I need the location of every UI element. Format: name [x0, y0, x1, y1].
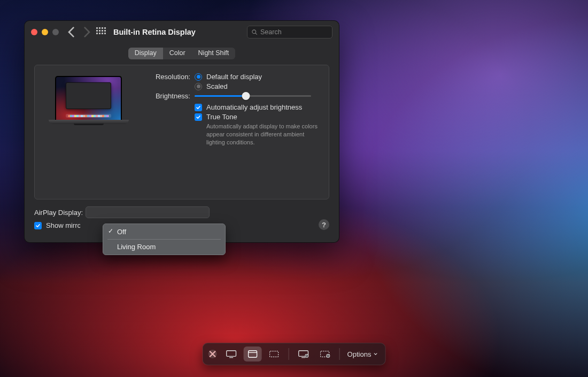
show-mirroring-label: Show mirrori: [46, 221, 80, 229]
search-icon: [251, 29, 258, 35]
svg-point-10: [306, 355, 307, 356]
display-preview: [44, 73, 133, 191]
laptop-preview-icon: [55, 76, 122, 120]
capture-entire-screen-button[interactable]: [222, 347, 241, 361]
show-all-prefs-button[interactable]: [96, 27, 106, 37]
svg-point-13: [328, 355, 329, 356]
screenshot-options-button[interactable]: Options: [345, 350, 380, 358]
record-selection-icon: [319, 350, 331, 358]
search-placeholder: Search: [260, 28, 282, 36]
selection-icon: [268, 350, 280, 358]
capture-selection-button[interactable]: [265, 347, 283, 361]
screenshot-close-button[interactable]: [208, 350, 217, 358]
menu-separator: [107, 239, 221, 240]
tab-night-shift[interactable]: Night Shift: [192, 48, 236, 59]
window-title: Built-in Retina Display: [113, 28, 196, 36]
svg-rect-4: [249, 351, 257, 357]
resolution-scaled-radio[interactable]: [195, 83, 202, 90]
airplay-display-menu: Off Living Room: [103, 224, 226, 255]
toolbar-divider: [339, 348, 340, 360]
svg-rect-6: [270, 351, 278, 357]
airplay-menu-item-off[interactable]: Off: [103, 226, 225, 237]
svg-line-1: [256, 33, 257, 35]
auto-brightness-checkbox[interactable]: [195, 104, 202, 111]
minimize-window-button[interactable]: [42, 29, 48, 35]
help-button[interactable]: ?: [319, 219, 329, 230]
airplay-display-select[interactable]: [86, 206, 210, 218]
auto-brightness-label: Automatically adjust brightness: [206, 103, 302, 111]
screenshot-toolbar: Options: [203, 343, 386, 365]
close-window-button[interactable]: [31, 29, 37, 35]
record-screen-icon: [298, 350, 310, 358]
window-traffic-lights: [31, 29, 59, 35]
displays-pref-window: Built-in Retina Display Search Display C…: [24, 20, 339, 243]
window-titlebar: Built-in Retina Display Search: [25, 21, 339, 43]
show-mirroring-checkbox[interactable]: [34, 222, 42, 229]
tab-display[interactable]: Display: [128, 48, 163, 59]
record-entire-screen-button[interactable]: [295, 347, 313, 361]
toolbar-divider: [289, 348, 289, 360]
zoom-window-button[interactable]: [52, 29, 59, 35]
record-selection-button[interactable]: [316, 347, 334, 361]
airplay-menu-item-living-room[interactable]: Living Room: [103, 241, 225, 252]
resolution-default-radio[interactable]: [195, 73, 202, 81]
svg-rect-2: [227, 351, 236, 357]
chevron-down-icon: [373, 352, 377, 356]
close-icon: [208, 350, 217, 358]
resolution-scaled-label: Scaled: [206, 82, 228, 90]
nav-forward-button[interactable]: [81, 27, 92, 37]
check-icon: [196, 105, 201, 110]
tab-color[interactable]: Color: [163, 48, 192, 59]
brightness-label: Brightness:: [145, 92, 190, 100]
window-icon: [247, 350, 259, 358]
airplay-label: AirPlay Display:: [34, 209, 81, 217]
resolution-default-label: Default for display: [206, 73, 262, 81]
display-settings-panel: Resolution: Default for display Scaled B…: [34, 65, 329, 199]
search-input[interactable]: Search: [247, 26, 332, 39]
desktop-wallpaper: Built-in Retina Display Search Display C…: [0, 0, 588, 377]
true-tone-label: True Tone: [206, 113, 237, 121]
tab-segmented-control: Display Color Night Shift: [128, 48, 236, 59]
help-icon: ?: [322, 221, 326, 229]
screen-icon: [226, 350, 237, 358]
true-tone-description: Automatically adapt display to make colo…: [206, 122, 319, 147]
resolution-label: Resolution:: [145, 73, 190, 81]
brightness-slider[interactable]: [195, 95, 311, 97]
capture-window-button[interactable]: [244, 347, 262, 361]
options-label: Options: [347, 350, 372, 358]
nav-back-button[interactable]: [66, 27, 77, 37]
true-tone-checkbox[interactable]: [195, 113, 202, 121]
check-icon: [35, 223, 41, 228]
check-icon: [196, 114, 201, 120]
